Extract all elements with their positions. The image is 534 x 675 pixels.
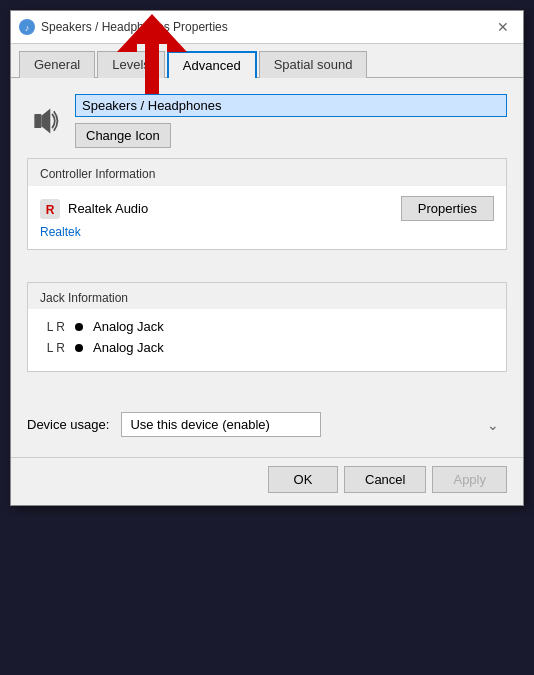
svg-text:♪: ♪	[25, 23, 30, 33]
jack-lr-1: L R	[40, 320, 65, 334]
apply-button[interactable]: Apply	[432, 466, 507, 493]
controller-section-header: Controller Information	[28, 159, 506, 186]
tab-levels[interactable]: Levels	[97, 51, 165, 78]
close-button[interactable]: ✕	[491, 17, 515, 37]
properties-button[interactable]: Properties	[401, 196, 494, 221]
spacer	[27, 262, 507, 282]
jack-row-1: L R Analog Jack	[40, 319, 494, 334]
change-icon-button[interactable]: Change Icon	[75, 123, 171, 148]
controller-section: Controller Information R Realtek Audio P…	[27, 158, 507, 250]
jack-content: L R Analog Jack L R Analog Jack	[28, 309, 506, 371]
jack-row-2: L R Analog Jack	[40, 340, 494, 355]
device-name-input[interactable]	[75, 94, 507, 117]
controller-row: R Realtek Audio Properties	[40, 196, 494, 221]
jack-name-1: Analog Jack	[93, 319, 164, 334]
jack-section: Jack Information L R Analog Jack L R Ana…	[27, 282, 507, 372]
device-name-section: Change Icon	[75, 94, 507, 148]
spacer-2	[27, 384, 507, 404]
button-row: OK Cancel Apply	[11, 457, 523, 505]
svg-text:R: R	[46, 203, 55, 217]
jack-dot-1	[75, 323, 83, 331]
tab-content: Change Icon Controller Information R Re	[11, 78, 523, 457]
jack-dot-2	[75, 344, 83, 352]
realtek-icon: R	[40, 199, 60, 219]
realtek-link[interactable]: Realtek	[40, 225, 81, 239]
tab-spatial-sound[interactable]: Spatial sound	[259, 51, 368, 78]
svg-rect-2	[34, 114, 41, 128]
title-bar: ♪ Speakers / Headphones Properties ✕	[11, 11, 523, 44]
cancel-button[interactable]: Cancel	[344, 466, 426, 493]
title-bar-left: ♪ Speakers / Headphones Properties	[19, 19, 228, 35]
device-usage-label: Device usage:	[27, 417, 109, 432]
properties-dialog: ♪ Speakers / Headphones Properties ✕ Gen…	[10, 10, 524, 506]
jack-lr-2: L R	[40, 341, 65, 355]
speaker-device-icon	[27, 103, 63, 139]
tab-general[interactable]: General	[19, 51, 95, 78]
ok-button[interactable]: OK	[268, 466, 338, 493]
jack-section-header: Jack Information	[28, 283, 506, 309]
controller-name: Realtek Audio	[68, 201, 148, 216]
device-usage-select[interactable]: Use this device (enable) Do not use this…	[121, 412, 321, 437]
tab-bar: General Levels Advanced Spatial sound	[11, 44, 523, 78]
tab-advanced[interactable]: Advanced	[167, 51, 257, 78]
speaker-title-icon: ♪	[19, 19, 35, 35]
controller-section-content: R Realtek Audio Properties Realtek	[28, 186, 506, 249]
device-usage-select-wrapper: Use this device (enable) Do not use this…	[121, 412, 507, 437]
device-row: Change Icon	[27, 94, 507, 148]
window-title: Speakers / Headphones Properties	[41, 20, 228, 34]
device-usage-row: Device usage: Use this device (enable) D…	[27, 412, 507, 437]
controller-left: R Realtek Audio	[40, 199, 148, 219]
jack-name-2: Analog Jack	[93, 340, 164, 355]
svg-marker-3	[41, 109, 50, 134]
